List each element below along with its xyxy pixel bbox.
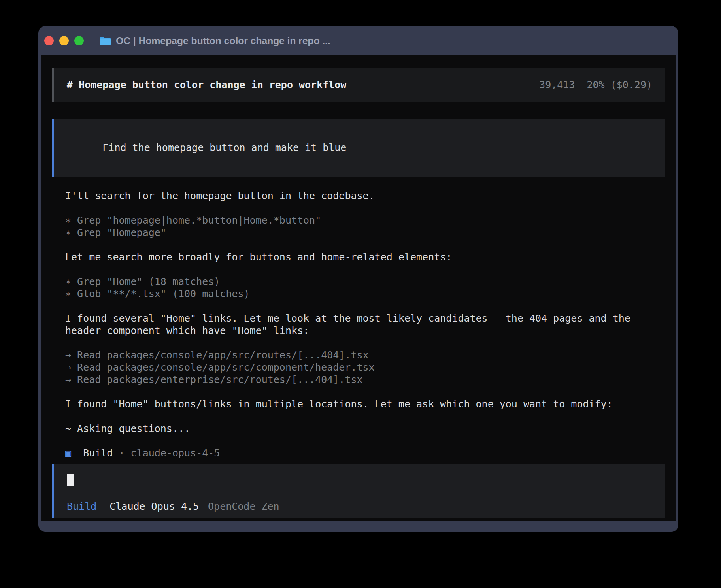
text-segment: ∗ Grep "homepage|home.*button|Home.*butt… bbox=[65, 215, 321, 226]
session-header: # Homepage button color change in repo w… bbox=[52, 68, 665, 102]
provider-name: OpenCode Zen bbox=[208, 500, 279, 513]
close-button[interactable] bbox=[44, 36, 54, 45]
user-message: Find the homepage button and make it blu… bbox=[52, 119, 665, 177]
text-segment: Let me search more broadly for buttons a… bbox=[65, 251, 452, 263]
terminal-content: # Homepage button color change in repo w… bbox=[41, 55, 676, 521]
prompt-input[interactable]: Build Claude Opus 4.5 OpenCode Zen bbox=[52, 464, 665, 518]
user-message-text: Find the homepage button and make it blu… bbox=[102, 142, 346, 153]
context-usage: 20% ($0.29) bbox=[587, 79, 652, 91]
tool-glob: ∗ Glob "**/*.tsx" (100 matches) bbox=[65, 288, 665, 300]
tool-grep: ∗ Grep "Homepage" bbox=[65, 226, 665, 239]
text-segment: · claude-opus-4-5 bbox=[113, 447, 220, 459]
agent-model-line: ▣ Build · claude-opus-4-5 bbox=[65, 447, 665, 459]
assistant-text: Let me search more broadly for buttons a… bbox=[65, 251, 665, 263]
text-segment: → Read packages/console/app/src/componen… bbox=[65, 362, 375, 373]
window-title: OC | Homepage button color change in rep… bbox=[116, 35, 330, 47]
session-stats: 39,413 20% ($0.29) bbox=[539, 79, 652, 91]
token-count: 39,413 bbox=[539, 79, 575, 91]
assistant-text: I found several "Home" links. Let me loo… bbox=[65, 312, 665, 324]
tool-grep: ∗ Grep "homepage|home.*button|Home.*butt… bbox=[65, 214, 665, 226]
terminal-window: OC | Homepage button color change in rep… bbox=[38, 26, 678, 532]
tool-read: → Read packages/console/app/src/routes/[… bbox=[65, 349, 665, 361]
text-segment: Build bbox=[71, 447, 113, 459]
text-cursor bbox=[67, 474, 74, 486]
text-segment: → Read packages/console/app/src/routes/[… bbox=[65, 349, 369, 361]
tool-grep: ∗ Grep "Home" (18 matches) bbox=[65, 275, 665, 288]
text-segment: → Read packages/enterprise/src/routes/[.… bbox=[65, 374, 363, 385]
assistant-text: I found "Home" buttons/links in multiple… bbox=[65, 398, 665, 410]
status-asking: ~ Asking questions... bbox=[65, 422, 665, 435]
input-status-row: Build Claude Opus 4.5 OpenCode Zen bbox=[67, 500, 652, 513]
window-titlebar[interactable]: OC | Homepage button color change in rep… bbox=[38, 26, 678, 55]
assistant-text: I'll search for the homepage button in t… bbox=[65, 190, 665, 202]
zoom-button[interactable] bbox=[74, 36, 84, 45]
text-segment: I found several "Home" links. Let me loo… bbox=[65, 313, 630, 324]
text-segment: I found "Home" buttons/links in multiple… bbox=[65, 398, 613, 410]
blank-line bbox=[65, 239, 665, 251]
tool-read: → Read packages/console/app/src/componen… bbox=[65, 361, 665, 373]
model-name[interactable]: Claude Opus 4.5 bbox=[109, 500, 199, 513]
assistant-transcript: I'll search for the homepage button in t… bbox=[65, 190, 665, 459]
text-segment: header component which have "Home" links… bbox=[65, 325, 309, 336]
text-segment: I'll search for the homepage button in t… bbox=[65, 190, 375, 202]
assistant-text: header component which have "Home" links… bbox=[65, 324, 665, 337]
text-segment: ∗ Grep "Home" (18 matches) bbox=[65, 276, 220, 287]
folder-icon bbox=[99, 36, 111, 45]
blank-line bbox=[65, 386, 665, 398]
text-segment: ~ Asking questions... bbox=[65, 423, 190, 434]
blank-line bbox=[65, 263, 665, 275]
agent-name[interactable]: Build bbox=[67, 500, 96, 513]
session-title: # Homepage button color change in repo w… bbox=[67, 79, 346, 91]
agent-icon: ▣ bbox=[65, 447, 71, 459]
blank-line bbox=[65, 410, 665, 422]
blank-line bbox=[65, 202, 665, 214]
text-segment: ∗ Glob "**/*.tsx" (100 matches) bbox=[65, 288, 250, 300]
tool-read: → Read packages/enterprise/src/routes/[.… bbox=[65, 373, 665, 386]
blank-line bbox=[65, 337, 665, 349]
text-segment: ∗ Grep "Homepage" bbox=[65, 227, 166, 238]
blank-line bbox=[65, 435, 665, 447]
minimize-button[interactable] bbox=[59, 36, 69, 45]
blank-line bbox=[65, 300, 665, 312]
